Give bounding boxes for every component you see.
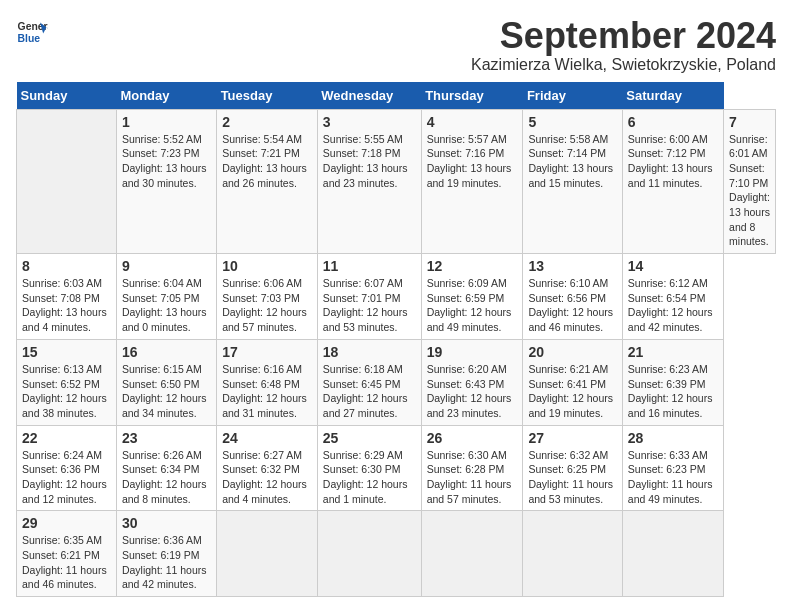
day-number: 24 <box>222 430 312 446</box>
day-number: 15 <box>22 344 111 360</box>
day-number: 1 <box>122 114 211 130</box>
day-number: 30 <box>122 515 211 531</box>
calendar-cell: 19Sunrise: 6:20 AMSunset: 6:43 PMDayligh… <box>421 339 523 425</box>
header-cell-thursday: Thursday <box>421 82 523 110</box>
day-info: Sunrise: 6:35 AMSunset: 6:21 PMDaylight:… <box>22 533 111 592</box>
calendar-week-2: 8Sunrise: 6:03 AMSunset: 7:08 PMDaylight… <box>17 254 776 340</box>
calendar-cell: 10Sunrise: 6:06 AMSunset: 7:03 PMDayligh… <box>217 254 318 340</box>
day-number: 11 <box>323 258 416 274</box>
calendar-body: 1Sunrise: 5:52 AMSunset: 7:23 PMDaylight… <box>17 109 776 597</box>
calendar-cell: 18Sunrise: 6:18 AMSunset: 6:45 PMDayligh… <box>317 339 421 425</box>
calendar-title: September 2024 <box>471 16 776 56</box>
day-number: 6 <box>628 114 718 130</box>
calendar-cell: 2Sunrise: 5:54 AMSunset: 7:21 PMDaylight… <box>217 109 318 254</box>
calendar-week-4: 22Sunrise: 6:24 AMSunset: 6:36 PMDayligh… <box>17 425 776 511</box>
calendar-cell: 9Sunrise: 6:04 AMSunset: 7:05 PMDaylight… <box>116 254 216 340</box>
calendar-cell: 20Sunrise: 6:21 AMSunset: 6:41 PMDayligh… <box>523 339 622 425</box>
day-number: 3 <box>323 114 416 130</box>
day-info: Sunrise: 5:54 AMSunset: 7:21 PMDaylight:… <box>222 132 312 191</box>
day-number: 2 <box>222 114 312 130</box>
day-info: Sunrise: 6:06 AMSunset: 7:03 PMDaylight:… <box>222 276 312 335</box>
calendar-cell <box>523 511 622 597</box>
day-info: Sunrise: 6:10 AMSunset: 6:56 PMDaylight:… <box>528 276 616 335</box>
calendar-cell: 4Sunrise: 5:57 AMSunset: 7:16 PMDaylight… <box>421 109 523 254</box>
calendar-cell: 30Sunrise: 6:36 AMSunset: 6:19 PMDayligh… <box>116 511 216 597</box>
day-info: Sunrise: 6:21 AMSunset: 6:41 PMDaylight:… <box>528 362 616 421</box>
day-number: 9 <box>122 258 211 274</box>
calendar-cell <box>622 511 723 597</box>
day-info: Sunrise: 5:52 AMSunset: 7:23 PMDaylight:… <box>122 132 211 191</box>
day-info: Sunrise: 6:20 AMSunset: 6:43 PMDaylight:… <box>427 362 518 421</box>
day-number: 8 <box>22 258 111 274</box>
day-number: 12 <box>427 258 518 274</box>
day-info: Sunrise: 6:23 AMSunset: 6:39 PMDaylight:… <box>628 362 718 421</box>
calendar-cell: 14Sunrise: 6:12 AMSunset: 6:54 PMDayligh… <box>622 254 723 340</box>
calendar-cell: 17Sunrise: 6:16 AMSunset: 6:48 PMDayligh… <box>217 339 318 425</box>
day-number: 17 <box>222 344 312 360</box>
calendar-cell: 21Sunrise: 6:23 AMSunset: 6:39 PMDayligh… <box>622 339 723 425</box>
calendar-week-3: 15Sunrise: 6:13 AMSunset: 6:52 PMDayligh… <box>17 339 776 425</box>
day-number: 19 <box>427 344 518 360</box>
header-cell-monday: Monday <box>116 82 216 110</box>
calendar-cell: 15Sunrise: 6:13 AMSunset: 6:52 PMDayligh… <box>17 339 117 425</box>
day-info: Sunrise: 6:32 AMSunset: 6:25 PMDaylight:… <box>528 448 616 507</box>
day-info: Sunrise: 6:24 AMSunset: 6:36 PMDaylight:… <box>22 448 111 507</box>
calendar-cell <box>421 511 523 597</box>
day-number: 27 <box>528 430 616 446</box>
day-number: 26 <box>427 430 518 446</box>
calendar-cell <box>217 511 318 597</box>
day-number: 13 <box>528 258 616 274</box>
day-info: Sunrise: 6:29 AMSunset: 6:30 PMDaylight:… <box>323 448 416 507</box>
calendar-week-5: 29Sunrise: 6:35 AMSunset: 6:21 PMDayligh… <box>17 511 776 597</box>
day-info: Sunrise: 6:12 AMSunset: 6:54 PMDaylight:… <box>628 276 718 335</box>
day-number: 28 <box>628 430 718 446</box>
calendar-table: SundayMondayTuesdayWednesdayThursdayFrid… <box>16 82 776 598</box>
title-area: September 2024 Kazimierza Wielka, Swieto… <box>471 16 776 74</box>
calendar-cell: 13Sunrise: 6:10 AMSunset: 6:56 PMDayligh… <box>523 254 622 340</box>
day-number: 29 <box>22 515 111 531</box>
calendar-cell: 11Sunrise: 6:07 AMSunset: 7:01 PMDayligh… <box>317 254 421 340</box>
day-info: Sunrise: 6:30 AMSunset: 6:28 PMDaylight:… <box>427 448 518 507</box>
calendar-cell: 24Sunrise: 6:27 AMSunset: 6:32 PMDayligh… <box>217 425 318 511</box>
day-info: Sunrise: 6:03 AMSunset: 7:08 PMDaylight:… <box>22 276 111 335</box>
day-number: 25 <box>323 430 416 446</box>
day-number: 16 <box>122 344 211 360</box>
day-info: Sunrise: 6:36 AMSunset: 6:19 PMDaylight:… <box>122 533 211 592</box>
day-info: Sunrise: 6:13 AMSunset: 6:52 PMDaylight:… <box>22 362 111 421</box>
calendar-cell: 1Sunrise: 5:52 AMSunset: 7:23 PMDaylight… <box>116 109 216 254</box>
calendar-cell: 23Sunrise: 6:26 AMSunset: 6:34 PMDayligh… <box>116 425 216 511</box>
logo: General Blue <box>16 16 48 48</box>
day-info: Sunrise: 6:16 AMSunset: 6:48 PMDaylight:… <box>222 362 312 421</box>
day-number: 21 <box>628 344 718 360</box>
header-cell-saturday: Saturday <box>622 82 723 110</box>
header-row: SundayMondayTuesdayWednesdayThursdayFrid… <box>17 82 776 110</box>
calendar-cell: 27Sunrise: 6:32 AMSunset: 6:25 PMDayligh… <box>523 425 622 511</box>
calendar-cell: 12Sunrise: 6:09 AMSunset: 6:59 PMDayligh… <box>421 254 523 340</box>
calendar-cell: 7Sunrise: 6:01 AMSunset: 7:10 PMDaylight… <box>724 109 776 254</box>
calendar-cell: 6Sunrise: 6:00 AMSunset: 7:12 PMDaylight… <box>622 109 723 254</box>
logo-icon: General Blue <box>16 16 48 48</box>
day-info: Sunrise: 6:15 AMSunset: 6:50 PMDaylight:… <box>122 362 211 421</box>
day-info: Sunrise: 5:57 AMSunset: 7:16 PMDaylight:… <box>427 132 518 191</box>
calendar-cell: 8Sunrise: 6:03 AMSunset: 7:08 PMDaylight… <box>17 254 117 340</box>
day-info: Sunrise: 6:04 AMSunset: 7:05 PMDaylight:… <box>122 276 211 335</box>
day-number: 10 <box>222 258 312 274</box>
day-info: Sunrise: 6:26 AMSunset: 6:34 PMDaylight:… <box>122 448 211 507</box>
day-info: Sunrise: 6:18 AMSunset: 6:45 PMDaylight:… <box>323 362 416 421</box>
calendar-cell: 26Sunrise: 6:30 AMSunset: 6:28 PMDayligh… <box>421 425 523 511</box>
day-info: Sunrise: 6:00 AMSunset: 7:12 PMDaylight:… <box>628 132 718 191</box>
day-number: 5 <box>528 114 616 130</box>
day-number: 4 <box>427 114 518 130</box>
day-info: Sunrise: 6:09 AMSunset: 6:59 PMDaylight:… <box>427 276 518 335</box>
day-number: 14 <box>628 258 718 274</box>
day-number: 23 <box>122 430 211 446</box>
header-cell-friday: Friday <box>523 82 622 110</box>
calendar-cell: 25Sunrise: 6:29 AMSunset: 6:30 PMDayligh… <box>317 425 421 511</box>
svg-text:Blue: Blue <box>18 33 41 44</box>
header-cell-wednesday: Wednesday <box>317 82 421 110</box>
calendar-header: SundayMondayTuesdayWednesdayThursdayFrid… <box>17 82 776 110</box>
day-number: 22 <box>22 430 111 446</box>
day-number: 7 <box>729 114 770 130</box>
day-info: Sunrise: 6:33 AMSunset: 6:23 PMDaylight:… <box>628 448 718 507</box>
calendar-subtitle: Kazimierza Wielka, Swietokrzyskie, Polan… <box>471 56 776 74</box>
